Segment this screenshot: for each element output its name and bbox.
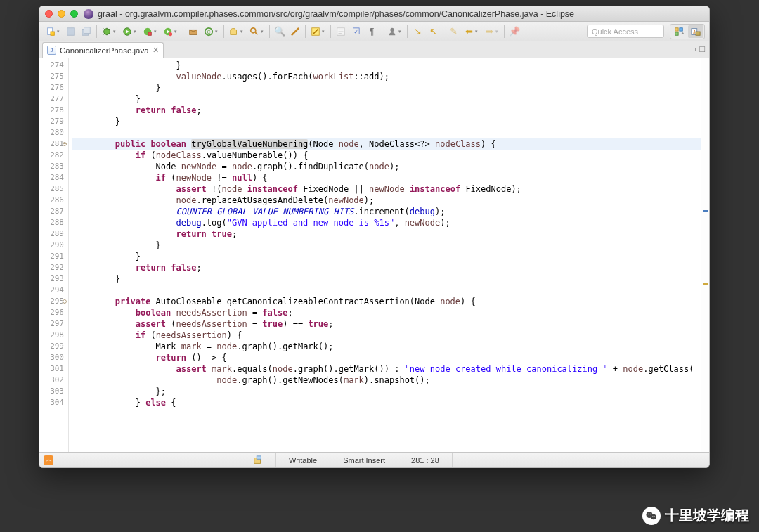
user-dropdown-icon[interactable]: ▾ — [398, 29, 404, 34]
last-edit-button[interactable]: ✎ — [446, 25, 460, 39]
fold-toggle-icon[interactable]: ⊖ — [63, 138, 67, 150]
code-line[interactable]: }; — [72, 386, 701, 397]
code-line[interactable]: Node newNode = node.graph().findDuplicat… — [72, 161, 701, 172]
code-line[interactable]: boolean needsAssertion = false; — [72, 307, 701, 318]
ruler-mark[interactable] — [703, 283, 708, 285]
open-type-dropdown-icon[interactable]: ▾ — [240, 29, 246, 34]
run-last-dropdown-icon[interactable]: ▾ — [174, 29, 180, 34]
minimize-window-button[interactable] — [58, 10, 65, 18]
coverage-button[interactable] — [141, 25, 155, 39]
new-dropdown-icon[interactable]: ▾ — [57, 29, 63, 34]
code-line[interactable]: return false; — [72, 262, 701, 273]
zoom-window-button[interactable] — [70, 10, 78, 18]
new-type-dropdown-icon[interactable]: ▾ — [215, 29, 221, 34]
code-line[interactable]: assert mark.equals(node.graph().getMark(… — [72, 363, 701, 375]
close-window-button[interactable] — [45, 10, 53, 18]
code-line[interactable]: if (newNode != null) { — [72, 172, 701, 183]
code-line[interactable]: } — [72, 251, 701, 262]
svg-rect-4 — [84, 27, 91, 33]
code-line[interactable]: node.replaceAtUsagesAndDelete(newNode); — [72, 195, 701, 206]
overview-ruler[interactable] — [701, 58, 709, 452]
pin-button[interactable]: 📌 — [507, 25, 521, 39]
run-dropdown-icon[interactable]: ▾ — [134, 29, 139, 34]
code-line[interactable]: } — [72, 60, 701, 71]
code-line[interactable]: assert !(node instanceof FixedNode || ne… — [72, 183, 701, 195]
open-type-button[interactable] — [227, 25, 241, 39]
code-line[interactable]: public boolean tryGlobalValueNumbering(N… — [72, 138, 701, 150]
next-annotation-button[interactable]: ↘ — [410, 25, 424, 39]
svg-point-29 — [648, 513, 649, 514]
editor-tab[interactable]: J CanonicalizerPhase.java ✕ — [42, 42, 164, 58]
forward-dropdown-icon[interactable]: ▾ — [495, 29, 501, 34]
code-line[interactable]: if (nodeClass.valueNumberable()) { — [72, 150, 701, 161]
line-number: 277 — [39, 93, 64, 105]
search-dropdown-icon[interactable]: ▾ — [261, 29, 266, 34]
code-line[interactable]: COUNTER_GLOBAL_VALUE_NUMBERING_HITS.incr… — [72, 206, 701, 217]
new-button[interactable] — [44, 25, 58, 39]
save-all-button[interactable] — [79, 25, 93, 39]
code-line[interactable]: assert (needsAssertion = true) == true; — [72, 318, 701, 330]
outline-button[interactable] — [334, 25, 348, 39]
tab-close-icon[interactable]: ✕ — [153, 46, 159, 55]
code-line[interactable] — [72, 127, 701, 138]
run-last-button[interactable] — [161, 25, 175, 39]
ruler-mark[interactable] — [703, 210, 708, 212]
user-button[interactable] — [385, 25, 399, 39]
paragraph-button[interactable]: ¶ — [365, 25, 379, 39]
back-button[interactable]: ⬅ — [462, 25, 476, 39]
find-button[interactable]: 🔍 — [273, 25, 287, 39]
line-number: 275 — [39, 71, 64, 82]
back-dropdown-icon[interactable]: ▾ — [475, 29, 481, 34]
minimize-editor-icon[interactable]: ▭ — [688, 44, 696, 54]
code-line[interactable]: private AutoCloseable getCanonicalizeabl… — [72, 296, 701, 307]
code-line[interactable]: valueNode.usages().forEach(workList::add… — [72, 71, 701, 82]
code-line[interactable]: Mark mark = node.graph().getMark(); — [72, 341, 701, 352]
code-line[interactable]: if (needsAssertion) { — [72, 330, 701, 341]
prev-annotation-button[interactable]: ↖ — [426, 25, 440, 39]
debug-dropdown-icon[interactable]: ▾ — [113, 29, 119, 34]
java-perspective-button[interactable]: J — [688, 25, 703, 38]
maximize-editor-icon[interactable]: □ — [699, 44, 705, 54]
code-line[interactable]: } — [72, 82, 701, 93]
line-number: 298 — [39, 330, 64, 341]
main-toolbar: ▾ ▾ ▾ ▾ ▾ C ▾ ▾ ▾ 🔍 ▾ ☑ ¶ ▾ ↘ ↖ — [39, 22, 709, 41]
svg-rect-1 — [51, 32, 54, 35]
fold-toggle-icon[interactable]: ⊖ — [63, 296, 67, 307]
code-line[interactable]: } — [72, 116, 701, 127]
code-line[interactable] — [72, 285, 701, 296]
code-editor[interactable]: 274275276277278279280281⊖282283284285286… — [39, 58, 709, 452]
tab-filename: CanonicalizerPhase.java — [60, 46, 149, 55]
code-line[interactable]: return true; — [72, 228, 701, 240]
task-button[interactable]: ☑ — [349, 25, 363, 39]
debug-button[interactable] — [100, 25, 114, 39]
save-button[interactable] — [64, 25, 78, 39]
search-button[interactable] — [247, 25, 261, 39]
line-number: 285 — [39, 183, 64, 195]
svg-point-32 — [654, 516, 655, 517]
highlight-button[interactable] — [309, 25, 323, 39]
new-package-button[interactable] — [186, 25, 200, 39]
run-button[interactable] — [120, 25, 134, 39]
code-line[interactable]: return () -> { — [72, 352, 701, 363]
open-perspective-button[interactable]: + — [671, 25, 687, 38]
forward-button[interactable]: ➡ — [482, 25, 496, 39]
code-line[interactable]: } — [72, 93, 701, 105]
svg-rect-18 — [675, 27, 678, 30]
line-number: 279 — [39, 116, 64, 127]
code-line[interactable]: return false; — [72, 105, 701, 116]
toggle-mark-button[interactable] — [288, 25, 302, 39]
code-line[interactable]: debug.log("GVN applied and new node is %… — [72, 217, 701, 228]
new-class-button[interactable]: C — [202, 25, 216, 39]
quick-access-input[interactable]: Quick Access — [587, 25, 664, 38]
line-number: 301 — [39, 363, 64, 375]
code-area[interactable]: } valueNode.usages().forEach(workList::a… — [69, 58, 701, 452]
code-line[interactable]: } — [72, 240, 701, 251]
build-icon[interactable] — [240, 453, 276, 467]
rss-icon[interactable]: ෴ — [44, 455, 53, 465]
code-line[interactable]: } else { — [72, 397, 701, 408]
code-line[interactable]: node.graph().getNewNodes(mark).snapshot(… — [72, 375, 701, 386]
highlight-dropdown-icon[interactable]: ▾ — [322, 29, 327, 34]
coverage-dropdown-icon[interactable]: ▾ — [154, 29, 160, 34]
line-number: 299 — [39, 341, 64, 352]
code-line[interactable]: } — [72, 273, 701, 285]
